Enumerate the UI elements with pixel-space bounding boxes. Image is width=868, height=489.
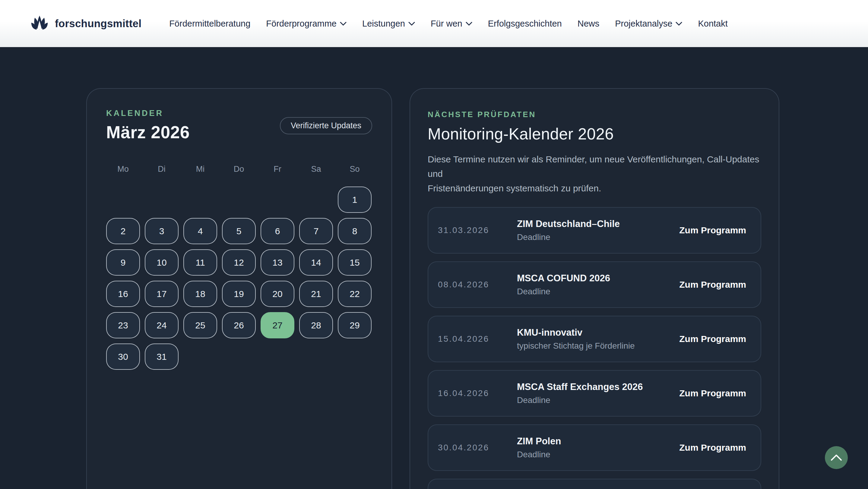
zum-programm-link[interactable]: Zum Programm — [679, 334, 746, 344]
program-subtitle: Deadline — [517, 450, 561, 459]
chevron-down-icon — [340, 22, 346, 26]
program-title: KMU-innovativ — [517, 327, 635, 338]
calendar-day-30[interactable]: 30 — [106, 344, 140, 370]
deadline-list-item: 15.04.2026 KMU-innovativ typischer Stich… — [428, 316, 761, 362]
verified-updates-badge[interactable]: Verifizierte Updates — [280, 117, 372, 134]
panel-description-line1: Diese Termine nutzen wir als Reminder, u… — [428, 154, 759, 179]
calendar-day-3[interactable]: 3 — [145, 218, 179, 244]
program-subtitle: Deadline — [517, 396, 643, 405]
calendar-day-11[interactable]: 11 — [183, 249, 217, 276]
calendar-day-15[interactable]: 15 — [338, 249, 372, 276]
calendar-day-22[interactable]: 22 — [338, 281, 372, 307]
zum-programm-link[interactable]: Zum Programm — [679, 280, 746, 290]
chevron-down-icon — [408, 22, 415, 26]
program-title: MSCA Staff Exchanges 2026 — [517, 381, 643, 393]
panel-description: Diese Termine nutzen wir als Reminder, u… — [428, 152, 761, 196]
calendar-day-8[interactable]: 8 — [338, 218, 372, 244]
nav-item-f-rdermittelberatung[interactable]: Fördermittelberatung — [169, 19, 250, 29]
deadline-date: 16.04.2026 — [438, 389, 517, 398]
nav-item-label: News — [578, 19, 599, 29]
scroll-to-top-button[interactable] — [825, 446, 848, 469]
calendar-day-7[interactable]: 7 — [299, 218, 333, 244]
calendar-day-20[interactable]: 20 — [260, 281, 294, 307]
calendar-day-9[interactable]: 9 — [106, 249, 140, 276]
brand-name: forschungsmittel — [55, 18, 142, 30]
weekday-label: Do — [234, 165, 244, 174]
weekday-label: Mo — [117, 165, 129, 174]
calendar-day-17[interactable]: 17 — [145, 281, 179, 307]
calendar-day-26[interactable]: 26 — [222, 312, 256, 338]
calendar-day-16[interactable]: 16 — [106, 281, 140, 307]
calendar-day-18[interactable]: 18 — [183, 281, 217, 307]
program-title: ZIM Polen — [517, 436, 561, 447]
calendar-day-25[interactable]: 25 — [183, 312, 217, 338]
nav-item-f-r-wen[interactable]: Für wen — [431, 19, 472, 29]
calendar-empty-cell — [299, 186, 333, 213]
deadline-list-item: 08.04.2026 MSCA COFUND 2026 Deadline Zum… — [428, 261, 761, 308]
chevron-down-icon — [466, 22, 472, 26]
weekday-label: Fr — [274, 165, 281, 174]
program-subtitle: Deadline — [517, 287, 610, 296]
calendar-day-12[interactable]: 12 — [222, 249, 256, 276]
nav-item-label: Kontakt — [698, 19, 727, 29]
deadline-date: 31.03.2026 — [438, 226, 517, 235]
nav-item-kontakt[interactable]: Kontakt — [698, 19, 727, 29]
calendar-day-24[interactable]: 24 — [145, 312, 179, 338]
calendar-day-10[interactable]: 10 — [145, 249, 179, 276]
calendar-empty-cell — [145, 186, 179, 213]
nav-item-projektanalyse[interactable]: Projektanalyse — [615, 19, 682, 29]
weekday-label: So — [349, 165, 360, 174]
deadline-list-item: ZIM Korea — [428, 479, 761, 489]
calendar-day-21[interactable]: 21 — [299, 281, 333, 307]
calendar-day-29[interactable]: 29 — [338, 312, 372, 338]
calendar-empty-cell — [183, 186, 217, 213]
nav-item-label: Projektanalyse — [615, 19, 672, 29]
top-navbar: forschungsmittel Fördermittelberatung Fö… — [0, 0, 868, 47]
main-nav: Fördermittelberatung Förderprogramme Lei… — [169, 19, 728, 29]
calendar-empty-cell — [260, 186, 294, 213]
calendar-day-grid: 1 2 3 4 5 6 7 8 9 10 11 12 13 14 15 16 1… — [106, 186, 372, 370]
nav-item-leistungen[interactable]: Leistungen — [362, 19, 415, 29]
deadline-list-item: 30.04.2026 ZIM Polen Deadline Zum Progra… — [428, 424, 761, 471]
nav-item-label: Erfolgsgeschichten — [488, 19, 562, 29]
calendar-day-5[interactable]: 5 — [222, 218, 256, 244]
lotus-logo-icon — [30, 14, 49, 33]
calendar-day-27[interactable]: 27 — [260, 312, 294, 338]
program-subtitle: typischer Stichtag je Förderlinie — [517, 341, 635, 351]
nav-item-f-rderprogramme[interactable]: Förderprogramme — [266, 19, 346, 29]
calendar-day-4[interactable]: 4 — [183, 218, 217, 244]
calendar-day-14[interactable]: 14 — [299, 249, 333, 276]
calendar-eyebrow: KALENDER — [106, 109, 372, 118]
zum-programm-link[interactable]: Zum Programm — [679, 225, 746, 235]
deadline-date: 30.04.2026 — [438, 443, 517, 453]
calendar-day-6[interactable]: 6 — [260, 218, 294, 244]
weekday-label: Di — [158, 165, 165, 174]
zum-programm-link[interactable]: Zum Programm — [679, 388, 746, 398]
weekday-header-row: Mo Di Mi Do Fr Sa So — [106, 165, 372, 174]
nav-item-erfolgsgeschichten[interactable]: Erfolgsgeschichten — [488, 19, 562, 29]
calendar-day-28[interactable]: 28 — [299, 312, 333, 338]
nav-item-label: Förderprogramme — [266, 19, 337, 29]
nav-item-label: Fördermittelberatung — [169, 19, 250, 29]
calendar-day-31[interactable]: 31 — [145, 344, 179, 370]
deadline-list: 31.03.2026 ZIM Deutschland–Chile Deadlin… — [428, 207, 761, 489]
program-subtitle: Deadline — [517, 232, 620, 242]
calendar-day-1[interactable]: 1 — [338, 186, 372, 213]
brand-logo[interactable]: forschungsmittel — [30, 14, 142, 33]
nav-item-label: Für wen — [431, 19, 462, 29]
panel-eyebrow: NÄCHSTE PRÜFDATEN — [428, 110, 761, 119]
deadline-date: 15.04.2026 — [438, 334, 517, 344]
panel-title: Monitoring-Kalender 2026 — [428, 125, 761, 143]
nav-item-news[interactable]: News — [578, 19, 599, 29]
calendar-day-2[interactable]: 2 — [106, 218, 140, 244]
zum-programm-link[interactable]: Zum Programm — [679, 442, 746, 453]
calendar-day-19[interactable]: 19 — [222, 281, 256, 307]
deadline-list-item: 16.04.2026 MSCA Staff Exchanges 2026 Dea… — [428, 370, 761, 416]
calendar-day-23[interactable]: 23 — [106, 312, 140, 338]
nav-item-label: Leistungen — [362, 19, 405, 29]
monitoring-panel: NÄCHSTE PRÜFDATEN Monitoring-Kalender 20… — [409, 88, 779, 489]
deadline-list-item: 31.03.2026 ZIM Deutschland–Chile Deadlin… — [428, 207, 761, 254]
program-title: MSCA COFUND 2026 — [517, 273, 610, 284]
chevron-down-icon — [676, 22, 682, 26]
calendar-day-13[interactable]: 13 — [260, 249, 294, 276]
